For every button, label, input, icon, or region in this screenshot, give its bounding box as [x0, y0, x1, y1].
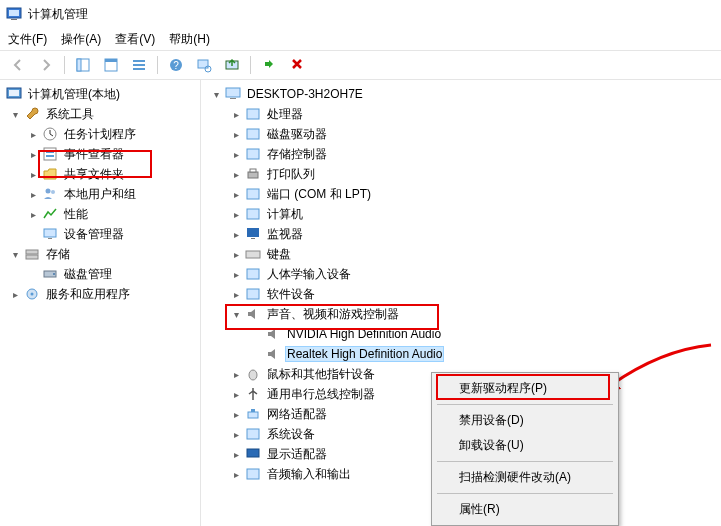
uninstall-device-button[interactable] — [285, 53, 309, 77]
svg-rect-25 — [26, 250, 38, 254]
svg-rect-18 — [44, 148, 56, 160]
device-node[interactable]: ▸磁盘驱动器 — [201, 124, 721, 144]
chevron-right-icon[interactable]: ▸ — [229, 367, 243, 381]
chevron-right-icon[interactable]: ▸ — [229, 467, 243, 481]
chevron-right-icon[interactable]: ▸ — [8, 287, 22, 301]
right-root-node[interactable]: ▾ DESKTOP-3H2OH7E — [201, 84, 721, 104]
speaker-icon — [265, 326, 281, 342]
svg-rect-4 — [77, 59, 81, 71]
menu-action[interactable]: 操作(A) — [61, 31, 101, 48]
chevron-right-icon[interactable]: ▸ — [229, 187, 243, 201]
chevron-right-icon[interactable]: ▸ — [229, 227, 243, 241]
chevron-right-icon[interactable]: ▸ — [229, 287, 243, 301]
properties-toolbar-button[interactable] — [99, 53, 123, 77]
chevron-right-icon[interactable]: ▸ — [26, 167, 40, 181]
disk-icon — [42, 266, 58, 282]
device-node[interactable]: Realtek High Definition Audio — [201, 344, 721, 364]
task-scheduler-label: 任务计划程序 — [62, 125, 138, 144]
chevron-right-icon[interactable]: ▸ — [229, 167, 243, 181]
chevron-right-icon[interactable]: ▸ — [229, 407, 243, 421]
chevron-down-icon[interactable]: ▾ — [229, 307, 243, 321]
update-driver-button[interactable] — [220, 53, 244, 77]
chevron-right-icon[interactable]: ▸ — [229, 147, 243, 161]
device-node[interactable]: ▸键盘 — [201, 244, 721, 264]
task-scheduler-node[interactable]: ▸ 任务计划程序 — [0, 124, 200, 144]
sound-controllers-node[interactable]: ▾ 声音、视频和游戏控制器 — [201, 304, 721, 324]
svg-rect-40 — [247, 228, 259, 237]
svg-rect-48 — [247, 429, 259, 439]
ctx-disable-device[interactable]: 禁用设备(D) — [435, 408, 615, 433]
device-node[interactable]: ▸监视器 — [201, 224, 721, 244]
device-node[interactable]: ▸软件设备 — [201, 284, 721, 304]
chevron-down-icon[interactable]: ▾ — [8, 107, 22, 121]
app-icon — [6, 6, 22, 22]
device-manager-node[interactable]: 设备管理器 — [0, 224, 200, 244]
device-node[interactable]: ▸打印队列 — [201, 164, 721, 184]
keyboard-icon — [245, 246, 261, 262]
chevron-right-icon[interactable]: ▸ — [229, 127, 243, 141]
device-node[interactable]: ▸处理器 — [201, 104, 721, 124]
device-node[interactable]: ▸计算机 — [201, 204, 721, 224]
local-users-node[interactable]: ▸ 本地用户和组 — [0, 184, 200, 204]
system-tools-label: 系统工具 — [44, 105, 96, 124]
chevron-right-icon[interactable]: ▸ — [229, 247, 243, 261]
svg-rect-36 — [248, 172, 258, 178]
chevron-right-icon[interactable]: ▸ — [229, 267, 243, 281]
chevron-right-icon[interactable]: ▸ — [229, 387, 243, 401]
services-apps-node[interactable]: ▸ 服务和应用程序 — [0, 284, 200, 304]
right-tree-pane[interactable]: ▾ DESKTOP-3H2OH7E ▸处理器▸磁盘驱动器▸存储控制器▸打印队列▸… — [201, 80, 721, 526]
shared-folders-node[interactable]: ▸ 共享文件夹 — [0, 164, 200, 184]
computer-icon — [245, 206, 261, 222]
sound-icon — [245, 306, 261, 322]
chevron-right-icon[interactable]: ▸ — [26, 207, 40, 221]
performance-icon — [42, 206, 58, 222]
left-root-node[interactable]: 计算机管理(本地) — [0, 84, 200, 104]
left-tree-pane[interactable]: 计算机管理(本地) ▾ 系统工具 ▸ 任务计划程序 ▸ 事件查看器 ▸ 共享文件… — [0, 80, 201, 526]
svg-point-30 — [31, 293, 34, 296]
enable-device-button[interactable] — [257, 53, 281, 77]
forward-button[interactable] — [34, 53, 58, 77]
event-viewer-node[interactable]: ▸ 事件查看器 — [0, 144, 200, 164]
svg-rect-50 — [247, 469, 259, 479]
ctx-separator — [437, 493, 613, 494]
device-node[interactable]: ▸人体学输入设备 — [201, 264, 721, 284]
chevron-right-icon[interactable]: ▸ — [229, 447, 243, 461]
chevron-down-icon[interactable]: ▾ — [8, 247, 22, 261]
device-node[interactable]: NVIDIA High Definition Audio — [201, 324, 721, 344]
scan-hardware-button[interactable] — [192, 53, 216, 77]
device-node[interactable]: ▸存储控制器 — [201, 144, 721, 164]
cpu-icon — [245, 106, 261, 122]
menu-file[interactable]: 文件(F) — [8, 31, 47, 48]
network-icon — [245, 406, 261, 422]
svg-rect-46 — [248, 412, 258, 418]
menu-view[interactable]: 查看(V) — [115, 31, 155, 48]
port-icon — [245, 186, 261, 202]
ctx-uninstall-device[interactable]: 卸载设备(U) — [435, 433, 615, 458]
chevron-down-icon[interactable]: ▾ — [209, 87, 223, 101]
menu-help[interactable]: 帮助(H) — [169, 31, 210, 48]
back-button[interactable] — [6, 53, 30, 77]
chevron-right-icon[interactable]: ▸ — [229, 107, 243, 121]
chevron-right-icon[interactable]: ▸ — [229, 427, 243, 441]
storage-node[interactable]: ▾ 存储 — [0, 244, 200, 264]
help-button[interactable]: ? — [164, 53, 188, 77]
shared-folders-icon — [42, 166, 58, 182]
device-node[interactable]: ▸端口 (COM 和 LPT) — [201, 184, 721, 204]
device-label: 软件设备 — [265, 285, 317, 304]
list-view-button[interactable] — [127, 53, 151, 77]
device-label: 网络适配器 — [265, 405, 329, 424]
device-label: 打印队列 — [265, 165, 317, 184]
chevron-right-icon[interactable]: ▸ — [26, 127, 40, 141]
show-hide-tree-button[interactable] — [71, 53, 95, 77]
ctx-update-driver[interactable]: 更新驱动程序(P) — [435, 376, 615, 401]
system-tools-node[interactable]: ▾ 系统工具 — [0, 104, 200, 124]
disk-management-node[interactable]: 磁盘管理 — [0, 264, 200, 284]
performance-label: 性能 — [62, 205, 90, 224]
chevron-right-icon[interactable]: ▸ — [26, 187, 40, 201]
chevron-right-icon[interactable]: ▸ — [26, 147, 40, 161]
ctx-scan-hardware[interactable]: 扫描检测硬件改动(A) — [435, 465, 615, 490]
device-label: 通用串行总线控制器 — [265, 385, 377, 404]
ctx-properties[interactable]: 属性(R) — [435, 497, 615, 522]
chevron-right-icon[interactable]: ▸ — [229, 207, 243, 221]
performance-node[interactable]: ▸ 性能 — [0, 204, 200, 224]
